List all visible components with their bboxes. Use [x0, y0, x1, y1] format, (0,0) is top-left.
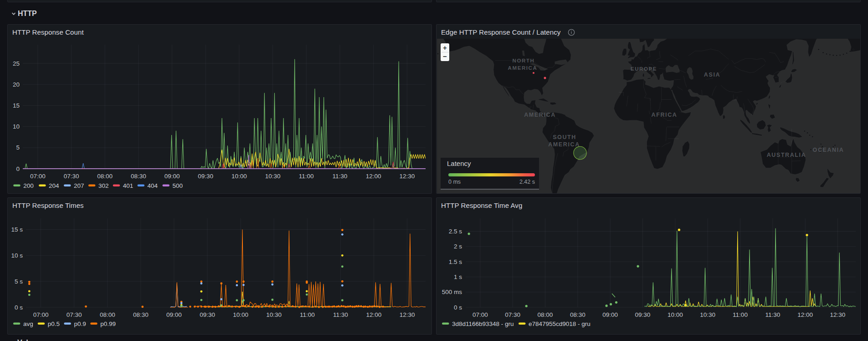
svg-text:1.5 s: 1.5 s: [449, 258, 462, 265]
svg-text:12:00: 12:00: [797, 311, 813, 318]
svg-text:09:30: 09:30: [635, 311, 651, 318]
svg-text:OCEANIA: OCEANIA: [813, 147, 844, 153]
svg-text:500: 500: [173, 182, 183, 189]
svg-text:12:30: 12:30: [400, 311, 415, 318]
svg-text:204: 204: [49, 182, 59, 189]
svg-text:09:30: 09:30: [200, 311, 215, 318]
svg-text:302: 302: [98, 182, 109, 189]
svg-text:09:00: 09:00: [164, 173, 180, 180]
svg-text:500 ms: 500 ms: [442, 289, 462, 295]
svg-text:10:30: 10:30: [266, 311, 282, 318]
svg-text:AFRICA: AFRICA: [652, 112, 678, 118]
svg-text:10:00: 10:00: [231, 173, 247, 180]
svg-text:08:30: 08:30: [131, 173, 146, 180]
svg-text:401: 401: [123, 182, 134, 189]
svg-text:15 s: 15 s: [11, 226, 23, 233]
svg-text:SOUTH: SOUTH: [553, 134, 576, 140]
svg-text:NORTH: NORTH: [513, 58, 535, 63]
svg-text:09:30: 09:30: [198, 173, 213, 180]
svg-text:5 s: 5 s: [15, 278, 23, 285]
svg-text:2.5 s: 2.5 s: [449, 228, 462, 235]
svg-text:1 s: 1 s: [454, 274, 462, 280]
svg-text:0: 0: [16, 165, 20, 172]
svg-text:AMERICA: AMERICA: [548, 141, 580, 148]
svg-text:20: 20: [13, 81, 20, 88]
svg-text:e7847955cd9018 - gru: e7847955cd9018 - gru: [529, 320, 591, 327]
svg-text:08:30: 08:30: [133, 311, 149, 318]
svg-text:08:30: 08:30: [570, 311, 586, 318]
svg-text:25: 25: [13, 60, 20, 67]
svg-text:08:00: 08:00: [100, 311, 115, 318]
svg-text:EUROPE: EUROPE: [631, 66, 657, 72]
svg-text:11:30: 11:30: [333, 173, 348, 180]
svg-text:2 s: 2 s: [454, 243, 462, 250]
svg-text:07:00: 07:00: [33, 311, 49, 318]
svg-text:AUSTRALIA: AUSTRALIA: [767, 152, 806, 158]
svg-text:11:00: 11:00: [733, 311, 748, 318]
svg-text:404: 404: [148, 182, 158, 189]
svg-text:3d8d1166b93348 - gru: 3d8d1166b93348 - gru: [452, 320, 514, 327]
svg-text:AMERICA: AMERICA: [524, 112, 556, 118]
svg-text:ASIA: ASIA: [704, 72, 720, 78]
svg-text:10:00: 10:00: [233, 311, 248, 318]
svg-text:11:30: 11:30: [333, 311, 348, 318]
svg-text:11:00: 11:00: [300, 311, 315, 318]
svg-text:0 s: 0 s: [454, 304, 462, 311]
svg-text:07:30: 07:30: [64, 173, 79, 180]
svg-text:12:00: 12:00: [366, 173, 381, 180]
svg-text:10:30: 10:30: [265, 173, 281, 180]
svg-text:200: 200: [23, 182, 34, 189]
svg-text:p0.9: p0.9: [74, 320, 86, 327]
svg-text:10 s: 10 s: [11, 252, 23, 259]
svg-text:12:30: 12:30: [830, 311, 846, 318]
svg-text:5: 5: [16, 144, 20, 151]
svg-text:p0.5: p0.5: [48, 320, 60, 327]
svg-text:207: 207: [74, 182, 84, 189]
svg-text:07:00: 07:00: [30, 173, 46, 180]
svg-text:10:30: 10:30: [700, 311, 715, 318]
svg-text:07:30: 07:30: [67, 311, 82, 318]
svg-text:p0.99: p0.99: [100, 320, 116, 327]
svg-text:12:30: 12:30: [399, 173, 415, 180]
svg-text:11:30: 11:30: [765, 311, 781, 318]
svg-text:07:00: 07:00: [473, 311, 488, 318]
svg-text:07:30: 07:30: [505, 311, 520, 318]
svg-text:avg: avg: [23, 320, 33, 327]
svg-text:10: 10: [13, 123, 20, 130]
svg-text:AMERICA: AMERICA: [508, 65, 538, 71]
svg-text:09:00: 09:00: [602, 311, 618, 318]
svg-text:12:00: 12:00: [366, 311, 382, 318]
svg-text:08:00: 08:00: [97, 173, 113, 180]
svg-text:10:00: 10:00: [668, 311, 683, 318]
svg-text:09:00: 09:00: [166, 311, 182, 318]
svg-text:11:00: 11:00: [299, 173, 314, 180]
svg-text:0 s: 0 s: [15, 304, 23, 311]
svg-text:08:00: 08:00: [538, 311, 553, 318]
svg-text:15: 15: [13, 102, 20, 109]
